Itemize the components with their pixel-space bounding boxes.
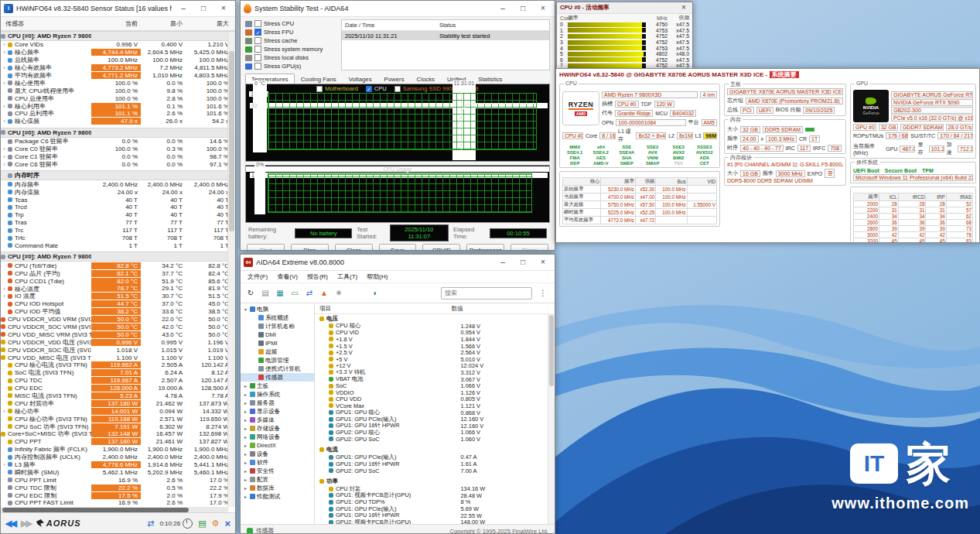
maximize-button[interactable]: □: [195, 2, 212, 15]
tree-item[interactable]: ▸ 多媒体: [241, 416, 314, 424]
dialog-button[interactable]: Clear: [335, 244, 373, 251]
expand-arrow-icon[interactable]: ›: [1, 293, 8, 299]
exit-icon[interactable]: ×: [224, 518, 230, 529]
tree-item[interactable]: ▸ 数据库: [241, 484, 314, 492]
sensor-row[interactable]: 瞬时频率 (SMU) 5,462.1 MHz 5,202.9 MHz 5,460…: [1, 468, 235, 476]
maximize-button[interactable]: □: [514, 2, 531, 15]
tree-expand-icon[interactable]: ▸: [243, 468, 248, 474]
tree-expand-icon[interactable]: ▸: [243, 434, 248, 440]
tree-item[interactable]: ▸ 软件: [241, 458, 314, 467]
history-forward-icon[interactable]: ▶▶: [21, 519, 31, 529]
cpu-clocks-titlebar[interactable]: CPU #0 - 活动频率 ×: [557, 2, 692, 14]
expand-arrow-icon[interactable]: ›: [1, 50, 8, 55]
stress-checkbox[interactable]: [254, 37, 261, 44]
tree-item[interactable]: 传感器: [241, 373, 314, 382]
stress-option[interactable]: Stress cache: [245, 36, 336, 45]
close-button[interactable]: ×: [215, 2, 232, 15]
legend-item[interactable]: ✓ CPU: [366, 85, 387, 92]
sensor-value-row[interactable]: CPU 核心 1.248 V: [315, 323, 555, 330]
close-button[interactable]: ×: [534, 255, 551, 269]
col-max[interactable]: 最大: [186, 19, 235, 28]
tree-item[interactable]: DMI: [241, 330, 314, 339]
sensor-row[interactable]: CPU PPT FAST Limit 16.9 % 2.6 % 17.0 %: [1, 499, 235, 507]
tree-item[interactable]: ▸ 主板: [241, 382, 314, 390]
stress-option[interactable]: Stress system memory: [245, 45, 336, 53]
minimize-button[interactable]: –: [494, 255, 511, 269]
tree-item[interactable]: ▸ 操作系统: [241, 390, 314, 399]
sensor-row[interactable]: Trc 117 T 117 T 117 T: [1, 227, 235, 234]
sensor-row[interactable]: CPU 晶片 (平均) 82.1 °C 37.7 °C 82.4 °C: [1, 269, 235, 277]
expand-arrow-icon[interactable]: ›: [1, 42, 8, 47]
tree-expand-icon[interactable]: ▸: [243, 460, 248, 465]
scrollbar-thumb[interactable]: [229, 51, 234, 231]
legend-item[interactable]: Motherboard: [316, 85, 358, 92]
sensor-row[interactable]: › IO 温度 51.5 °C 30.7 °C 51.5 °C: [1, 293, 235, 300]
col-current[interactable]: 当前: [91, 19, 141, 28]
stability-tab[interactable]: Voltages: [343, 74, 378, 84]
col-min[interactable]: 最小: [141, 19, 186, 28]
stress-checkbox[interactable]: [254, 63, 261, 70]
tree-item[interactable]: ▸ 网络设备: [241, 433, 314, 441]
log-col-datetime[interactable]: Date / Time: [342, 22, 436, 29]
sensor-value-row[interactable]: +1.5 V 1.566 V: [315, 343, 555, 350]
stability-tab[interactable]: Cooling Fans: [295, 74, 343, 84]
legend-checkbox[interactable]: ✓: [366, 86, 372, 92]
refresh-icon[interactable]: ↻: [245, 288, 256, 299]
close-button[interactable]: ×: [534, 2, 551, 15]
log-col-status[interactable]: Status: [436, 22, 456, 29]
sensor-row[interactable]: CPU EDC 限制 17.5 % 2.0 % 17.9 %: [1, 491, 235, 499]
sensor-row[interactable]: CPU IOD 平均值 38.2 °C 33.6 °C 38.5 °C: [1, 308, 235, 316]
stability-flame-icon[interactable]: ▲: [319, 288, 330, 299]
stability-tab[interactable]: Statistics: [472, 74, 508, 84]
expand-arrow-icon[interactable]: ›: [1, 154, 8, 159]
clock-icon[interactable]: [183, 519, 193, 529]
expand-arrow-icon[interactable]: ›: [1, 104, 8, 109]
vertical-scrollbar[interactable]: [548, 313, 555, 524]
tree-item[interactable]: ▾ 电脑: [241, 305, 314, 313]
menu-item[interactable]: 帮助(H): [363, 272, 391, 281]
hwinfo-column-header[interactable]: 传感器 当前 最小 最大: [1, 17, 235, 31]
report-icon[interactable]: ▤: [260, 288, 271, 299]
tree-expand-icon[interactable]: ▸: [243, 494, 248, 499]
benchmark-icon[interactable]: ◑: [369, 288, 380, 299]
stress-option[interactable]: Stress local disks: [245, 53, 336, 62]
expand-arrow-icon[interactable]: ›: [1, 80, 8, 86]
gpu-selector[interactable]: GPU #0: [853, 124, 876, 131]
fan-icon[interactable]: ✳: [333, 288, 344, 299]
stability-tab[interactable]: Clocks: [411, 74, 441, 84]
sensor-row[interactable]: CPU [#0]: AMD Ryzen 7 9800X3D: C State 驻…: [1, 128, 235, 138]
sensor-row[interactable]: SoC 电流 (SVI3 TFN) 7.01 A 6.24 A 8.12 A: [1, 369, 235, 377]
history-back-icon[interactable]: ◀◀: [5, 519, 15, 529]
dialog-button[interactable]: Close: [510, 244, 548, 251]
sensor-value-row[interactable]: +5 V 5.010 V: [315, 356, 555, 363]
minimize-button[interactable]: –: [494, 2, 511, 15]
sensor-row[interactable]: CPU VDDCR_VDD VRM (SVI3 TFN) 50.0 °C 22.…: [1, 316, 235, 323]
stress-option[interactable]: Stress CPU: [245, 19, 336, 28]
legend-checkbox[interactable]: [316, 86, 323, 92]
sensor-value-row[interactable]: VDDIO 1.126 V: [315, 389, 555, 396]
sensor-value-row[interactable]: GPU1: GPU 16针 HPWR 1.61 A: [315, 460, 555, 467]
menu-item[interactable]: 工具(T): [333, 272, 361, 281]
tree-item[interactable]: ▸ 安全性: [241, 467, 314, 475]
aida64-titlebar[interactable]: 64 AIDA64 Extreme v8.00.8000 – □ ×: [241, 255, 555, 271]
sensor-row[interactable]: 内存倍频 24.00 x 24.00 x 24.00 x: [1, 188, 235, 196]
sensor-value-row[interactable]: +2.5 V 2.564 V: [315, 349, 555, 356]
stress-checkbox[interactable]: ✓: [254, 29, 261, 36]
stress-option[interactable]: Stress GPU(s): [245, 62, 336, 70]
stability-tab[interactable]: Powers: [378, 74, 411, 84]
maximize-button[interactable]: □: [514, 255, 531, 269]
network-icon[interactable]: ⇄: [304, 288, 315, 299]
report-icon[interactable]: ▤: [198, 519, 206, 529]
tree-expand-icon[interactable]: ▸: [243, 485, 248, 491]
tree-expand-icon[interactable]: ▸: [243, 409, 248, 414]
tree-expand-icon[interactable]: ▸: [243, 392, 248, 397]
vertical-scrollbar[interactable]: [227, 32, 235, 507]
sensor-row[interactable]: Trp 40 T 40 T 40 T: [1, 211, 235, 219]
sensor-value-row[interactable]: GPU2: GPU 核心 1.066 V: [315, 430, 555, 436]
sensor-row[interactable]: CPU TDC 119.667 A 2.507 A 120.147 A: [1, 377, 235, 385]
expand-arrow-icon[interactable]: ›: [1, 162, 8, 167]
expand-arrow-icon[interactable]: ›: [1, 118, 8, 124]
tree-item[interactable]: ▸ DirectX: [241, 441, 314, 450]
menu-item[interactable]: 文件(F): [244, 272, 271, 281]
tree-item[interactable]: ▸ 配置: [241, 475, 314, 484]
